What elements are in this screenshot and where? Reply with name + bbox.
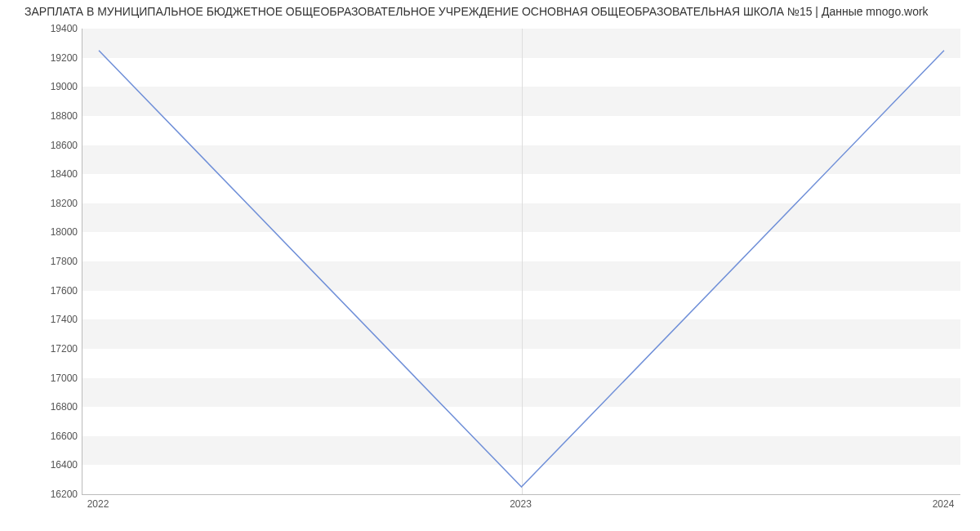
y-tick-label: 16600 bbox=[29, 431, 78, 442]
y-tick-label: 19400 bbox=[29, 23, 78, 34]
y-tick-label: 17800 bbox=[29, 256, 78, 267]
chart-title: ЗАРПЛАТА В МУНИЦИПАЛЬНОЕ БЮДЖЕТНОЕ ОБЩЕО… bbox=[24, 5, 972, 18]
y-tick-label: 18600 bbox=[29, 140, 78, 151]
y-tick-label: 18000 bbox=[29, 226, 78, 238]
y-tick-label: 18200 bbox=[29, 198, 78, 209]
y-tick-label: 19200 bbox=[29, 52, 78, 64]
y-tick-label: 19000 bbox=[29, 81, 78, 92]
x-tick-label: 2024 bbox=[933, 498, 955, 510]
x-tick-label: 2022 bbox=[87, 498, 109, 510]
y-tick-label: 16400 bbox=[29, 459, 78, 471]
y-tick-label: 16200 bbox=[29, 489, 78, 500]
plot-area bbox=[82, 29, 960, 495]
chart-container: ЗАРПЛАТА В МУНИЦИПАЛЬНОЕ БЮДЖЕТНОЕ ОБЩЕО… bbox=[0, 0, 980, 531]
y-tick-label: 18800 bbox=[29, 110, 78, 122]
y-tick-label: 17400 bbox=[29, 314, 78, 325]
y-tick-label: 17600 bbox=[29, 285, 78, 297]
chart-line-series bbox=[82, 29, 960, 494]
y-tick-label: 17200 bbox=[29, 343, 78, 355]
y-tick-label: 18400 bbox=[29, 168, 78, 180]
x-tick-label: 2023 bbox=[510, 498, 532, 510]
y-tick-label: 16800 bbox=[29, 401, 78, 413]
y-tick-label: 17000 bbox=[29, 373, 78, 384]
